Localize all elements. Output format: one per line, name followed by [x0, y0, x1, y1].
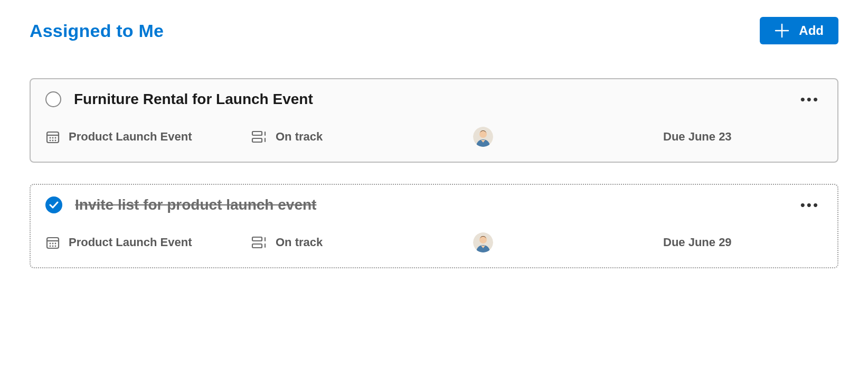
svg-rect-25 [252, 244, 262, 248]
add-button-label: Add [799, 23, 824, 38]
task-assignee [473, 232, 653, 252]
task-title-row: Furniture Rental for Launch Event ••• [31, 79, 837, 112]
svg-point-29 [479, 236, 487, 243]
svg-point-4 [50, 137, 51, 139]
svg-rect-11 [252, 138, 262, 142]
task-card[interactable]: Furniture Rental for Launch Event ••• [30, 78, 838, 163]
svg-point-15 [479, 130, 487, 138]
svg-point-19 [52, 243, 54, 245]
svg-point-20 [55, 243, 56, 245]
task-project: Product Launch Event [45, 129, 241, 144]
plus-icon [775, 23, 789, 38]
status-icon [251, 129, 267, 144]
task-status-label: On track [276, 130, 323, 144]
svg-point-8 [52, 140, 54, 142]
svg-point-6 [55, 137, 56, 139]
task-project: Product Launch Event [45, 235, 241, 250]
task-checkbox-checked[interactable] [45, 196, 62, 213]
task-meta-row: Product Launch Event On track [31, 112, 837, 162]
svg-point-5 [52, 137, 54, 139]
avatar [473, 127, 493, 147]
task-meta-row: Product Launch Event On track [31, 218, 837, 267]
task-due: Due June 23 [663, 130, 823, 144]
task-card[interactable]: Invite list for product launch event ••• [30, 184, 838, 268]
svg-point-21 [50, 246, 51, 247]
calendar-icon [45, 129, 60, 144]
task-title: Furniture Rental for Launch Event [74, 91, 785, 108]
status-icon [251, 235, 267, 250]
task-assignee [473, 127, 653, 147]
more-actions-icon[interactable]: ••• [797, 197, 823, 213]
task-status-label: On track [276, 236, 323, 249]
add-button[interactable]: Add [760, 17, 838, 44]
task-project-label: Product Launch Event [69, 130, 192, 144]
calendar-icon [45, 235, 60, 250]
svg-point-7 [50, 140, 51, 142]
task-checkbox-empty[interactable] [45, 91, 61, 107]
task-due-label: Due June 23 [663, 130, 732, 143]
more-actions-icon[interactable]: ••• [797, 91, 823, 108]
svg-point-9 [55, 140, 56, 142]
avatar [473, 232, 493, 252]
task-status: On track [251, 235, 463, 250]
task-status: On track [251, 129, 463, 144]
task-title: Invite list for product launch event [75, 196, 785, 213]
task-due: Due June 29 [663, 236, 823, 249]
page-header: Assigned to Me Add [30, 17, 838, 44]
task-project-label: Product Launch Event [69, 236, 192, 249]
svg-point-22 [52, 246, 54, 247]
page-title: Assigned to Me [30, 21, 164, 41]
task-due-label: Due June 29 [663, 236, 732, 249]
svg-rect-24 [252, 237, 262, 241]
svg-point-23 [55, 246, 56, 247]
task-title-row: Invite list for product launch event ••• [31, 185, 837, 218]
svg-point-18 [50, 243, 51, 245]
svg-rect-10 [252, 132, 262, 135]
